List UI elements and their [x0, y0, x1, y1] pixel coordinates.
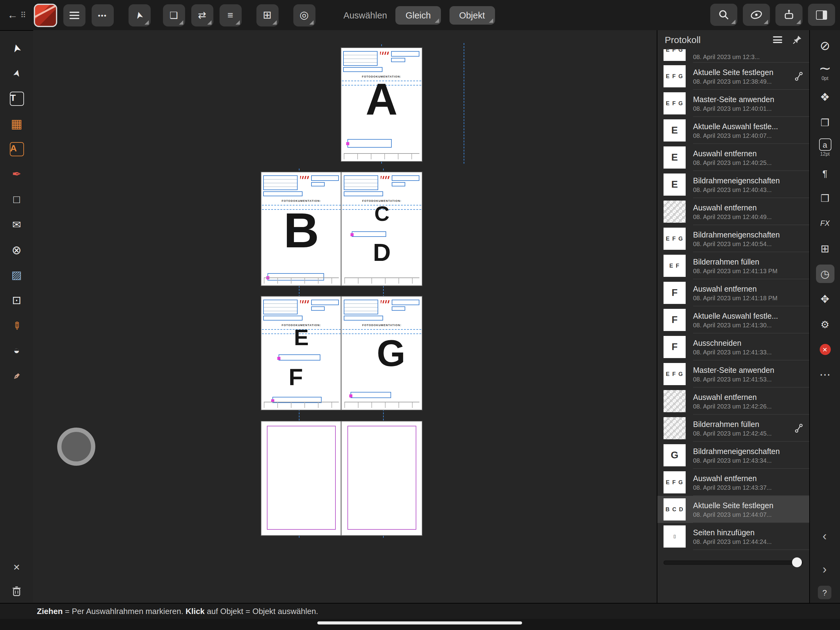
node-tool[interactable]: ➤ — [6, 63, 27, 84]
text-frame[interactable] — [352, 231, 386, 237]
layers-icon[interactable]: ❖ — [815, 88, 835, 106]
protocol-entry[interactable]: F Auswahl entfernen 08. April 2023 um 12… — [657, 279, 809, 306]
select-mode-button[interactable]: ➤ — [128, 4, 150, 26]
entry-title: Aktuelle Seite festlegen — [693, 68, 773, 77]
spread-bcd[interactable]: FOTODOKUMENTATION: B FOTODOKUMENTATION: … — [261, 172, 422, 285]
artistic-text-tool[interactable]: A — [6, 138, 27, 159]
preview-icon — [750, 11, 763, 19]
assistant-button[interactable] — [775, 4, 802, 26]
protocol-entry[interactable]: E F G Master-Seite anwenden 08. April 20… — [657, 361, 809, 388]
crop-tool[interactable]: ⊡ — [6, 290, 27, 311]
more-options-icon[interactable]: ⋯ — [815, 366, 835, 384]
close-red-icon[interactable]: ✕ — [815, 340, 835, 359]
page-a[interactable]: FOTODOKUMENTATION: A — [341, 48, 422, 161]
color-picker-tool[interactable]: ✒ — [6, 366, 27, 386]
protocol-entry[interactable]: E Aktuelle Auswahl festle... 08. April 2… — [657, 117, 809, 144]
main-menu-button[interactable] — [63, 4, 85, 26]
margin-box — [347, 426, 416, 530]
history-slider[interactable] — [663, 557, 803, 567]
protocol-entry[interactable]: Bilderrahmen füllen 08. April 2023 um 12… — [657, 415, 809, 442]
panel-next-button[interactable]: › — [809, 562, 840, 576]
entry-date: 08. April 2023 um 12:44:24... — [693, 538, 772, 545]
text-frame[interactable] — [279, 355, 321, 361]
ellipse-frame-tool[interactable]: ⊗ — [6, 239, 27, 260]
protocol-entry[interactable]: F Aktuelle Auswahl festle... 08. April 2… — [657, 306, 809, 334]
stroke-width-icon[interactable]: ∼0pt — [815, 62, 835, 81]
frame-text-tool[interactable]: T — [6, 88, 27, 109]
documents-home-button[interactable]: ← ⠿ — [7, 9, 26, 21]
zoom-button[interactable] — [710, 4, 737, 26]
brush-tool[interactable]: ✏ — [6, 315, 27, 336]
help-icon: ? — [818, 586, 831, 599]
protocol-entry[interactable]: G Bildrahmeneigenschaften 08. April 2023… — [657, 442, 809, 469]
protocol-entry[interactable]: E F G 08. April 2023 um 12:3... — [657, 49, 809, 63]
protocol-entry[interactable]: E F G Bildrahmeneigenschaften 08. April … — [657, 225, 809, 252]
protocol-entry[interactable]: E F G Aktuelle Seite festlegen 08. April… — [657, 63, 809, 90]
stroke-none-icon[interactable]: ⊘ — [815, 36, 835, 55]
protocol-entry[interactable]: E F G Auswahl entfernen 08. April 2023 u… — [657, 469, 809, 496]
protocol-entry[interactable]: E F G Master-Seite anwenden 08. April 20… — [657, 90, 809, 117]
text-frame[interactable] — [351, 392, 391, 398]
page-b[interactable]: FOTODOKUMENTATION: B — [261, 172, 341, 285]
preview-button[interactable] — [743, 4, 770, 26]
protocol-entry[interactable]: E F Bilderrahmen füllen 08. April 2023 u… — [657, 252, 809, 279]
protocol-entry[interactable]: E Bildrahmeneigenschaften 08. April 2023… — [657, 171, 809, 198]
fx-icon[interactable]: FX — [815, 214, 835, 233]
entry-thumbnail: E F G — [663, 92, 686, 114]
text-frame[interactable] — [347, 139, 392, 148]
app-icon[interactable] — [33, 3, 57, 27]
protocol-header: Protokoll — [657, 30, 809, 49]
table-tool[interactable]: ▦ — [6, 113, 27, 134]
spread-empty[interactable] — [261, 421, 422, 535]
protocol-entry[interactable]: F Ausschneiden 08. April 2023 um 12:41:3… — [657, 334, 809, 361]
rectangle-tool[interactable]: □ — [6, 189, 27, 210]
panel-toggle-button[interactable] — [808, 4, 835, 26]
protocol-entry[interactable]: Auswahl entfernen 08. April 2023 um 12:4… — [657, 198, 809, 225]
move-panel-icon[interactable]: ✥ — [815, 290, 835, 308]
slider-knob[interactable] — [792, 557, 802, 567]
entry-thumbnail: F — [663, 336, 686, 358]
align-button[interactable]: ≡ — [219, 4, 242, 26]
character-icon[interactable]: a12pt — [815, 138, 835, 157]
pen-tool[interactable]: ✒ — [6, 164, 27, 185]
panel-prev-button[interactable]: ‹ — [809, 529, 840, 543]
place-image-tool[interactable]: ▨ — [6, 264, 27, 285]
entry-title: Master-Seite anwenden — [693, 366, 774, 374]
protocol-entry[interactable]: E Auswahl entfernen 08. April 2023 um 12… — [657, 144, 809, 171]
delete-button[interactable] — [0, 586, 33, 597]
transform-icon[interactable]: ⊞ — [815, 239, 835, 258]
deselect-button[interactable]: ✕ — [0, 562, 33, 572]
panel-pin-button[interactable] — [789, 32, 804, 47]
entry-title: Auswahl entfernen — [693, 474, 772, 483]
entry-date: 08. April 2023 um 12:42:26... — [693, 403, 772, 410]
picture-frame-tool[interactable]: ✉ — [6, 214, 27, 235]
protocol-entry[interactable]: Auswahl entfernen 08. April 2023 um 12:4… — [657, 388, 809, 415]
equal-button[interactable]: Gleich — [396, 6, 441, 24]
object-button[interactable]: Objekt — [449, 6, 495, 24]
history-icon[interactable]: ◷ — [815, 264, 835, 283]
panel-menu-button[interactable] — [770, 32, 785, 47]
transparency-tool[interactable]: ◒ — [6, 340, 27, 361]
page-cd[interactable]: FOTODOKUMENTATION: C D — [341, 172, 422, 285]
help-button[interactable]: ? — [809, 586, 840, 599]
style-transfer-button[interactable]: ◎ — [293, 4, 315, 26]
spread-efg[interactable]: FOTODOKUMENTATION: E F FOTODOKUMENTATION… — [261, 296, 422, 410]
duplicate-button[interactable]: ⊞ — [256, 4, 278, 26]
home-indicator[interactable] — [317, 621, 522, 624]
flip-button[interactable]: ⇄ — [191, 4, 213, 26]
doc-settings-icon[interactable]: ⚙ — [815, 315, 835, 334]
page-ef[interactable]: FOTODOKUMENTATION: E F — [261, 296, 341, 410]
page-empty-left[interactable] — [261, 421, 341, 535]
page-empty-right[interactable] — [341, 421, 422, 535]
more-button[interactable]: ••• — [91, 4, 114, 26]
page-g[interactable]: FOTODOKUMENTATION: G — [341, 296, 422, 410]
select-tool[interactable]: ➤ — [6, 38, 27, 59]
protocol-entry[interactable]: B C D Aktuelle Seite festlegen 08. April… — [657, 496, 809, 523]
document-canvas[interactable]: FOTODOKUMENTATION: A FOTODOKUMENTATION: … — [33, 30, 657, 603]
guide-line[interactable] — [464, 43, 464, 164]
pages-icon[interactable]: ❐ — [815, 113, 835, 131]
paragraph-icon[interactable]: ¶ — [815, 164, 835, 182]
media-icon[interactable]: ❒ — [815, 189, 835, 207]
protocol-entry[interactable]: ▯ Seiten hinzufügen 08. April 2023 um 12… — [657, 523, 809, 550]
arrange-button[interactable]: ❏ — [163, 4, 185, 26]
